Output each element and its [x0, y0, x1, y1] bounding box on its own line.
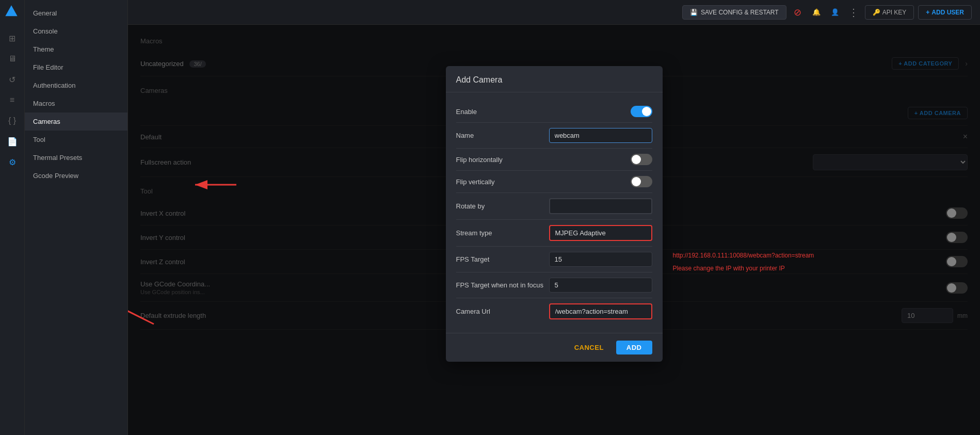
modal-overlay: Add Camera Enable Name Flip horizontally: [128, 25, 980, 435]
sidebar-item-console[interactable]: Console: [25, 22, 127, 40]
sidebar-item-tool[interactable]: Tool: [25, 131, 127, 149]
modal-footer: CANCEL ADD: [446, 333, 663, 362]
sidebar-item-gcode-preview[interactable]: Gcode Preview: [25, 167, 127, 185]
rail-icon-settings[interactable]: ⚙: [3, 153, 22, 171]
modal-name-row: Name: [456, 123, 652, 149]
modal-fps-nf-row: FPS Target when not in focus: [456, 272, 652, 298]
modal-camera-url-input[interactable]: [549, 303, 652, 319]
modal-flip-v-row: Flip vertically: [456, 171, 652, 193]
sidebar-item-cameras[interactable]: Cameras: [25, 112, 127, 131]
add-user-button[interactable]: + ADD USER: [918, 5, 972, 20]
ip-hint-text: Please change the IP with your printer I…: [673, 264, 838, 273]
modal-rotate-row: Rotate by: [456, 193, 652, 220]
modal-enable-row: Enable: [456, 101, 652, 123]
modal-enable-toggle[interactable]: [631, 106, 652, 117]
plus-icon: +: [926, 9, 929, 16]
key-icon: 🔑: [873, 9, 880, 16]
modal-fps-label: FPS Target: [456, 255, 490, 263]
modal-rotate-select[interactable]: [549, 198, 652, 214]
stop-icon-btn[interactable]: ⊘: [791, 5, 805, 20]
modal-camera-url-row: Camera Url: [456, 298, 652, 325]
svg-marker-0: [5, 5, 17, 16]
modal-fps-nf-label: FPS Target when not in focus: [456, 281, 544, 289]
user-icon[interactable]: 👤: [828, 5, 842, 20]
modal-flip-h-toggle[interactable]: [631, 154, 652, 165]
main-content: 💾 SAVE CONFIG & RESTART ⊘ 🔔 👤 ⋮ 🔑 API KE…: [128, 0, 980, 435]
save-icon: 💾: [690, 9, 698, 16]
modal-enable-label: Enable: [456, 108, 477, 116]
modal-fps-row: FPS Target: [456, 247, 652, 272]
sidebar-item-theme[interactable]: Theme: [25, 40, 127, 58]
sidebar: General Console Theme File Editor Authen…: [25, 0, 128, 435]
modal-fps-nf-input[interactable]: [549, 278, 652, 293]
icon-rail: ⊞ 🖥 ↺ ≡ { } 📄 ⚙: [0, 0, 25, 435]
rail-icon-sliders[interactable]: ≡: [3, 91, 22, 109]
modal-flip-h-row: Flip horizontally: [456, 149, 652, 171]
content-area: Macros Uncategorized 36/ + ADD CATEGORY …: [128, 25, 980, 435]
modal-title: Add Camera: [446, 66, 663, 92]
api-key-button[interactable]: 🔑 API KEY: [865, 5, 914, 20]
rail-icon-camera[interactable]: 🖥: [3, 50, 22, 68]
modal-name-input[interactable]: [549, 128, 652, 143]
modal-camera-url-label: Camera Url: [456, 308, 490, 315]
modal-name-label: Name: [456, 132, 474, 139]
modal-stream-type-label: Stream type: [456, 229, 492, 237]
modal-stream-type-row: Stream type MJPEG Adaptive: [456, 220, 652, 247]
notification-icon[interactable]: 🔔: [809, 5, 824, 20]
app-logo: [4, 4, 21, 21]
info-area: http://192.168.0.111:10088/webcam?action…: [673, 247, 838, 273]
sidebar-item-macros[interactable]: Macros: [25, 94, 127, 112]
sidebar-item-file-editor[interactable]: File Editor: [25, 58, 127, 76]
more-icon[interactable]: ⋮: [846, 5, 861, 20]
sidebar-item-general[interactable]: General: [25, 4, 127, 22]
modal-rotate-label: Rotate by: [456, 202, 485, 210]
rail-icon-brackets[interactable]: { }: [3, 111, 22, 130]
topbar: 💾 SAVE CONFIG & RESTART ⊘ 🔔 👤 ⋮ 🔑 API KE…: [128, 0, 980, 25]
modal-flip-v-toggle[interactable]: [631, 176, 652, 187]
modal-cancel-button[interactable]: CANCEL: [568, 341, 610, 355]
url-hint-text: http://192.168.0.111:10088/webcam?action…: [673, 251, 838, 261]
modal-stream-type-select[interactable]: MJPEG Adaptive: [549, 225, 652, 241]
modal-flip-h-label: Flip horizontally: [456, 156, 503, 164]
modal-add-button[interactable]: ADD: [616, 341, 652, 355]
modal-flip-v-label: Flip vertically: [456, 178, 495, 186]
save-config-button[interactable]: 💾 SAVE CONFIG & RESTART: [682, 5, 786, 20]
add-camera-modal: Add Camera Enable Name Flip horizontally: [446, 66, 663, 362]
rail-icon-file[interactable]: 📄: [3, 132, 22, 151]
sidebar-item-authentication[interactable]: Authentication: [25, 76, 127, 94]
modal-fps-input[interactable]: [549, 252, 652, 267]
rail-icon-dashboard[interactable]: ⊞: [3, 29, 22, 47]
rail-icon-history[interactable]: ↺: [3, 70, 22, 89]
modal-body: Enable Name Flip horizontally: [446, 92, 663, 333]
sidebar-item-thermal-presets[interactable]: Thermal Presets: [25, 149, 127, 167]
